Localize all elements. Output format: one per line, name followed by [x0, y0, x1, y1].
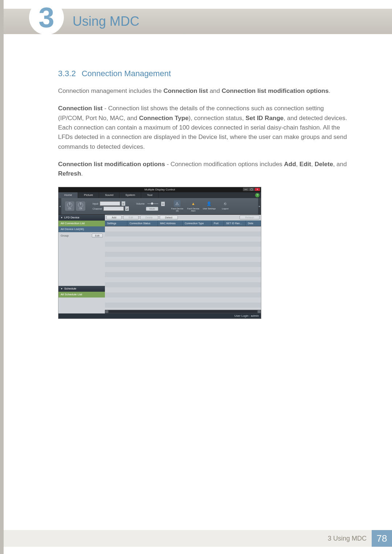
schedule-header[interactable]: ▼ Schedule [58, 286, 105, 292]
toolbar-icon-buttons: ⚠ Fault Device (0) ▲ Fault Device Alert … [170, 200, 232, 212]
menu-picture[interactable]: Picture [78, 192, 99, 198]
text-span: . [81, 170, 83, 177]
page-left-stripe [0, 0, 4, 554]
col-port[interactable]: Port [212, 221, 224, 226]
user-login-status: User Login : admin [234, 314, 259, 317]
lfd-device-header[interactable]: ▼ LFD Device [58, 215, 105, 221]
power-off-button[interactable]: Off [76, 201, 85, 211]
power-icon [67, 202, 72, 208]
channel-field[interactable] [103, 206, 124, 211]
sidebar-body: Group Edit [58, 232, 105, 286]
table-row [105, 267, 261, 272]
scroll-left-icon[interactable] [105, 310, 108, 313]
detect-button[interactable]: Detect [160, 216, 178, 219]
all-device-list-row[interactable]: All Device List(00) [58, 226, 105, 232]
power-on-label: On [68, 208, 71, 210]
warning-icon: ▲ [190, 200, 196, 207]
channel-label: Channel [93, 208, 102, 210]
text-bold: Refresh [58, 170, 81, 177]
refresh-button[interactable]: Refresh [240, 216, 260, 219]
group-edit-button[interactable]: Edit [92, 234, 103, 238]
text-bold: Set ID Range [245, 115, 283, 122]
col-connection-status[interactable]: Connection Status [127, 221, 158, 226]
menu-tool[interactable]: Tool [141, 192, 159, 198]
text-span: , [296, 161, 299, 168]
fault-alert-button[interactable]: ▲ Fault Device Alert [186, 200, 200, 212]
mute-button[interactable]: Mute [146, 207, 158, 211]
window-title: Multiple Display Control [144, 188, 175, 191]
volume-row: Volume ▸ [136, 202, 165, 206]
group-label: Group [61, 234, 69, 237]
menu-system[interactable]: System [119, 192, 141, 198]
main-area: Add Edit Delete Detect Refresh Settings … [105, 215, 261, 313]
table-row [105, 277, 261, 282]
table-row [105, 242, 261, 247]
window-controls: — ▢ x [243, 188, 260, 191]
section-title: Connection Management [82, 69, 171, 78]
text-bold: Connection list [163, 87, 208, 94]
menu-home[interactable]: Home [58, 192, 78, 198]
text-bold: Connection list [58, 105, 103, 112]
all-connection-list-row[interactable]: All Connection List [58, 221, 105, 226]
text-span: ), connection status, [189, 115, 246, 122]
table-row [105, 282, 261, 287]
power-off-label: Off [79, 208, 82, 210]
table-row [105, 231, 261, 237]
input-dropdown-caret[interactable]: ▾ [122, 201, 125, 206]
delete-button[interactable]: Delete [140, 216, 158, 219]
toolbar-nav-right[interactable]: ▸ [258, 198, 261, 214]
col-dete[interactable]: Dete [246, 221, 261, 226]
all-schedule-list-row[interactable]: All Schedule List [58, 292, 105, 297]
menu-sound[interactable]: Sound [99, 192, 119, 198]
table-row [105, 257, 261, 262]
lfd-device-label: LFD Device [64, 216, 79, 219]
text-span: - Connection modification options includ… [165, 161, 284, 168]
edit-button[interactable]: Edit [123, 216, 138, 219]
text-span: Connection management includes the [58, 87, 163, 94]
grid-body [105, 226, 261, 310]
text-bold: Connection Type [139, 115, 189, 122]
input-channel-group: Input ▾ Channel ▴▾ [89, 201, 132, 211]
volume-slider[interactable] [147, 204, 158, 204]
power-group: On Off [61, 200, 89, 212]
col-set-id-range[interactable]: SET ID Ran… [224, 221, 246, 226]
chapter-title: Using MDC [73, 14, 139, 29]
channel-spinner[interactable]: ▴▾ [125, 206, 129, 211]
horizontal-scrollbar[interactable] [105, 310, 261, 313]
toolbar-nav-left[interactable]: ◂ [58, 198, 61, 214]
minimize-button[interactable]: — [243, 188, 249, 191]
group-row: Group Edit [61, 234, 103, 238]
scroll-track[interactable] [109, 311, 257, 313]
table-row [105, 247, 261, 252]
logout-label: Logout [222, 208, 228, 210]
page-footer: 3 Using MDC 78 [4, 530, 392, 547]
help-icon[interactable]: ? [255, 193, 260, 197]
fault-device-label: Fault Device (0) [170, 208, 184, 212]
table-row [105, 272, 261, 277]
col-connection-type[interactable]: Connection Type [183, 221, 212, 226]
table-row [105, 262, 261, 267]
user-settings-button[interactable]: 👤 User Settings [202, 200, 216, 212]
caret-down-icon: ▼ [61, 288, 63, 290]
logout-button[interactable]: ⎋ Logout [218, 200, 232, 212]
power-on-button[interactable]: On [65, 201, 74, 211]
input-dropdown[interactable] [100, 201, 120, 206]
connection-list-paragraph: Connection list - Connection list shows … [58, 104, 348, 152]
sidebar: ▼ LFD Device All Connection List All Dev… [58, 215, 105, 313]
volume-label: Volume [136, 202, 144, 205]
schedule-label: Schedule [64, 287, 76, 290]
volume-step-up[interactable]: ▸ [161, 202, 165, 206]
col-settings[interactable]: Settings [105, 221, 127, 226]
main-content: 3.3.2Connection Management Connection ma… [58, 69, 348, 319]
text-span: , and [333, 161, 347, 168]
col-mac-address[interactable]: MAC Address [158, 221, 183, 226]
text-span: and [208, 87, 222, 94]
scroll-right-icon[interactable] [258, 310, 261, 313]
add-button[interactable]: Add [106, 216, 122, 219]
mute-row: Volume Mute [136, 207, 165, 211]
close-button[interactable]: x [254, 188, 260, 191]
fault-device-button[interactable]: ⚠ Fault Device (0) [170, 200, 184, 212]
logout-icon: ⎋ [222, 200, 228, 207]
maximize-button[interactable]: ▢ [249, 188, 254, 191]
table-row [105, 237, 261, 242]
